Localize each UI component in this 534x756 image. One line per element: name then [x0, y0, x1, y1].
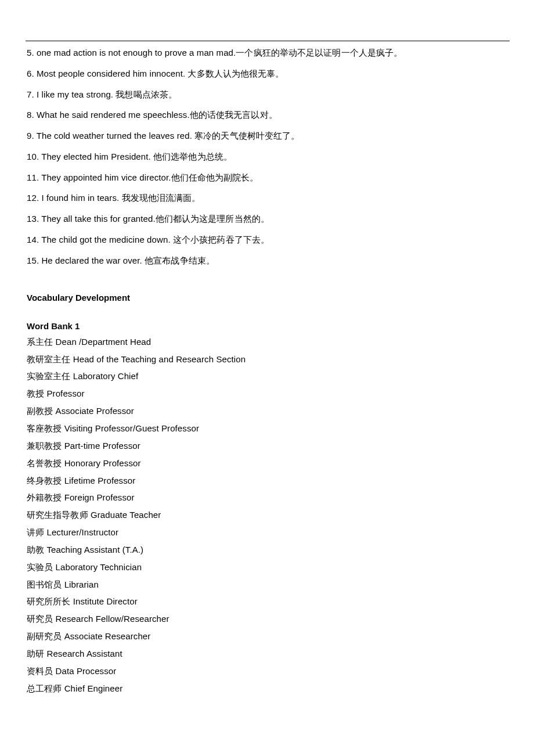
vocab-item: 资料员 Data Processor — [27, 665, 508, 677]
section-heading-word-bank: Word Bank 1 — [27, 321, 508, 332]
vocab-item: 教研室主任 Head of the Teaching and Research … — [27, 354, 508, 365]
vocab-item: 助研 Research Assistant — [27, 648, 508, 660]
vocab-item: 实验室主任 Laboratory Chief — [27, 370, 508, 382]
vocab-item: 副教授 Associate Professor — [27, 405, 508, 417]
sentence-line: 13. They all take this for granted.他们都认为… — [27, 213, 508, 225]
vocab-item: 图书馆员 Librarian — [27, 579, 508, 591]
sentence-line: 10. They elected him President. 他们选举他为总统… — [27, 151, 508, 163]
sentence-line: 12. I found him in tears. 我发现他泪流满面。 — [27, 192, 508, 204]
section-heading-vocab-dev: Vocabulary Development — [27, 292, 508, 304]
sentence-line: 5. one mad action is not enough to prove… — [27, 47, 508, 59]
vocab-item: 研究生指导教师 Graduate Teacher — [27, 509, 508, 521]
vocab-item: 副研究员 Associate Researcher — [27, 631, 508, 642]
spacer — [27, 304, 508, 321]
vocab-item: 实验员 Laboratory Technician — [27, 561, 508, 573]
vocab-item: 研究员 Research Fellow/Researcher — [27, 613, 508, 625]
sentence-line: 15. He declared the war over. 他宣布战争结束。 — [27, 255, 508, 267]
horizontal-rule — [26, 41, 510, 41]
vocab-item: 兼职教授 Part-time Professor — [27, 440, 508, 452]
vocab-item: 总工程师 Chief Engineer — [27, 683, 508, 694]
vocab-item: 讲师 Lecturer/Instructor — [27, 527, 508, 538]
spacer — [27, 275, 508, 292]
vocab-item: 终身教授 Lifetime Professor — [27, 475, 508, 487]
sentence-line: 9. The cold weather turned the leaves re… — [27, 130, 508, 142]
vocab-item: 外籍教授 Foreign Professor — [27, 492, 508, 503]
sentence-line: 14. The child got the medicine down. 这个小… — [27, 234, 508, 246]
page-content: 5. one mad action is not enough to prove… — [0, 0, 534, 735]
vocab-item: 客座教授 Visiting Professor/Guest Professor — [27, 423, 508, 434]
sentence-line: 6. Most people considered him innocent. … — [27, 68, 508, 80]
vocab-item: 系主任 Dean /Department Head — [27, 336, 508, 348]
vocab-item: 教授 Professor — [27, 388, 508, 399]
vocab-item: 助教 Teaching Assistant (T.A.) — [27, 544, 508, 556]
sentence-line: 7. I like my tea strong. 我想喝点浓茶。 — [27, 89, 508, 100]
sentence-line: 11. They appointed him vice director.他们任… — [27, 172, 508, 183]
vocab-item: 研究所所长 Institute Director — [27, 596, 508, 607]
vocab-item: 名誉教授 Honorary Professor — [27, 458, 508, 469]
sentence-line: 8. What he said rendered me speechless.他… — [27, 109, 508, 121]
